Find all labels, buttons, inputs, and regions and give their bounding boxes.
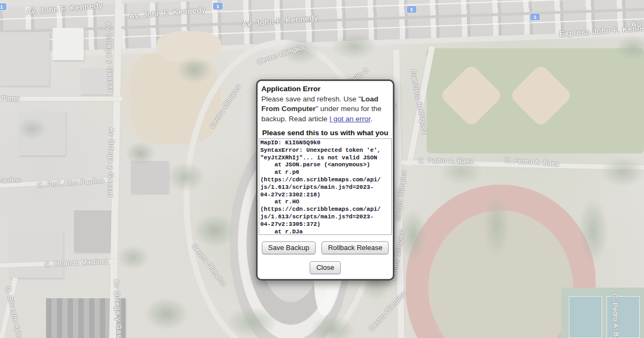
dialog-message: Please save and refresh. Use "Load From … [261,94,389,124]
application-error-dialog: Application Error Please save and refres… [256,79,394,281]
message-text: . [370,115,372,123]
save-backup-button[interactable]: Save Backup [262,241,316,254]
rollback-release-button[interactable]: Rollback Release [321,241,389,254]
close-button[interactable]: Close [310,261,340,274]
error-article-link[interactable]: I got an error [330,115,371,123]
map-viewport[interactable]: 1 1 1 1 Av. John F. Kennedy Av. John F. … [0,0,644,338]
dialog-subtitle: Please send this to us with what you [258,129,393,137]
message-text: Please save and refresh. Use " [261,95,361,103]
error-log-box[interactable]: MapID: K1IGN5Q9k0 SyntaxError: Unexpecte… [259,138,392,235]
dialog-title: Application Error [261,84,389,94]
